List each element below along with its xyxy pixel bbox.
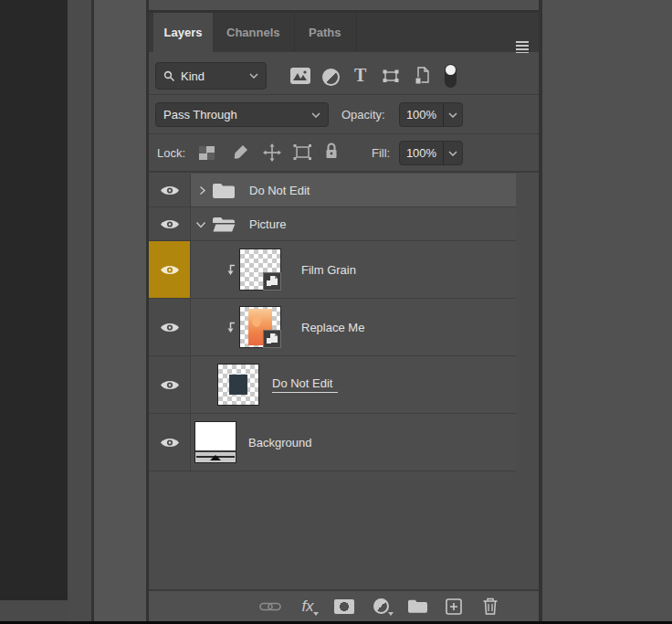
panel-divider — [539, 0, 542, 621]
layer-row-replace-me[interactable]: Replace Me — [149, 299, 516, 356]
layer-name[interactable]: Film Grain — [301, 263, 356, 277]
layer-name[interactable]: Background — [248, 436, 311, 449]
visibility-toggle[interactable] — [149, 356, 191, 413]
clipping-mask-arrow-icon — [226, 264, 236, 276]
visibility-toggle[interactable] — [149, 241, 191, 298]
folder-open-icon — [212, 216, 236, 233]
visibility-toggle[interactable] — [149, 299, 191, 355]
layer-thumbnail[interactable] — [239, 306, 281, 348]
fill-value[interactable]: 100% — [400, 146, 443, 160]
eye-icon — [160, 379, 180, 391]
row-content: Background — [191, 414, 516, 471]
row-content: Replace Me — [191, 299, 516, 355]
chevron-down-icon — [311, 112, 320, 118]
row-content: Do Not Edit — [191, 174, 516, 206]
tab-channels[interactable]: Channels — [226, 13, 280, 52]
shape-layer-filter-icon[interactable] — [382, 69, 400, 84]
canvas-dark-area — [0, 0, 68, 600]
layer-row-film-grain[interactable]: Film Grain — [149, 241, 516, 299]
tab-separator — [356, 13, 357, 52]
lock-transparency-icon[interactable] — [199, 146, 215, 160]
opacity-value[interactable]: 100% — [400, 108, 443, 122]
layer-list: Do Not Edit — [149, 173, 539, 589]
opacity-field[interactable]: 100% — [399, 102, 463, 127]
layer-name[interactable]: Replace Me — [301, 321, 364, 334]
smart-object-badge-icon — [263, 330, 281, 348]
layer-name[interactable]: Do Not Edit — [249, 184, 310, 197]
layer-filter-kind-select[interactable]: Kind — [155, 62, 267, 90]
left-panel-strip — [68, 0, 91, 621]
chevron-down-icon[interactable] — [444, 151, 462, 156]
layer-thumbnail[interactable] — [239, 249, 281, 291]
row-content: Film Grain — [191, 241, 516, 298]
layer-name[interactable]: Do Not Edit — [272, 376, 338, 393]
layer-row-group-do-not-edit[interactable]: Do Not Edit — [149, 174, 516, 207]
tab-layers[interactable]: Layers — [153, 13, 213, 52]
panel-gutter[interactable] — [94, 0, 146, 621]
visibility-toggle[interactable] — [149, 414, 191, 471]
eye-icon — [160, 322, 180, 333]
layers-panel: Layers Channels Paths Kind — [149, 0, 539, 621]
chevron-down-icon — [249, 73, 258, 79]
lock-all-icon[interactable] — [324, 142, 339, 159]
eye-icon — [160, 264, 180, 276]
adjustment-icon — [373, 598, 389, 614]
new-adjustment-layer-button[interactable] — [367, 591, 394, 621]
tab-paths[interactable]: Paths — [309, 13, 341, 52]
visibility-toggle[interactable] — [149, 207, 191, 240]
delete-layer-button[interactable] — [477, 591, 504, 621]
layer-thumbnail[interactable] — [194, 421, 236, 463]
lock-artboard-icon[interactable] — [292, 143, 312, 161]
layer-effects-button[interactable]: fx — [294, 591, 321, 621]
clipping-mask-arrow-icon — [226, 322, 236, 333]
smart-object-filter-icon[interactable] — [415, 67, 429, 85]
chevron-down-icon[interactable] — [195, 221, 206, 229]
kind-select-value: Kind — [175, 69, 249, 83]
fill-label: Fill: — [372, 141, 390, 165]
panel-tab-bar: Layers Channels Paths — [149, 13, 539, 52]
folder-icon — [407, 598, 428, 614]
visibility-toggle[interactable] — [149, 174, 191, 206]
blend-mode-value: Pass Through — [163, 108, 311, 122]
new-layer-button[interactable] — [440, 591, 467, 621]
search-icon — [163, 70, 175, 82]
lock-label: Lock: — [157, 141, 185, 165]
type-layer-filter-icon[interactable]: T — [354, 65, 366, 86]
pixel-layer-filter-icon[interactable] — [290, 68, 310, 84]
new-group-button[interactable] — [404, 591, 431, 621]
row-content: Do Not Edit — [191, 356, 516, 413]
row-content: Picture — [191, 207, 516, 240]
eye-icon — [160, 437, 180, 449]
layer-row-background[interactable]: Background — [149, 414, 516, 471]
lock-position-icon[interactable] — [263, 143, 281, 162]
lock-pixels-icon[interactable] — [231, 143, 249, 162]
thumbnail-image — [229, 375, 247, 395]
thumbnail-image — [195, 450, 236, 462]
canvas-dark-area-bottom — [0, 600, 68, 621]
link-layers-button[interactable] — [257, 591, 284, 621]
chevron-right-icon[interactable] — [197, 185, 207, 196]
chevron-down-icon — [388, 612, 394, 616]
folder-closed-icon — [212, 182, 236, 199]
eye-icon — [160, 185, 180, 196]
filter-toggle-switch[interactable] — [445, 64, 457, 88]
layer-name[interactable]: Picture — [249, 217, 286, 231]
layer-thumbnail[interactable] — [217, 364, 259, 406]
layer-row-do-not-edit[interactable]: Do Not Edit — [149, 356, 516, 414]
adjustment-layer-filter-icon[interactable] — [322, 69, 340, 86]
link-icon — [259, 601, 281, 612]
horizontal-divider — [149, 94, 539, 95]
chevron-down-icon[interactable] — [444, 112, 462, 118]
fill-field[interactable]: 100% — [399, 141, 463, 165]
panel-menu-icon[interactable] — [516, 41, 529, 53]
add-layer-mask-button[interactable] — [331, 591, 358, 621]
panel-above-remnant — [149, 0, 539, 10]
opacity-label: Opacity: — [341, 102, 385, 127]
fx-icon: fx — [301, 598, 313, 616]
photoshop-workspace: Layers Channels Paths Kind — [0, 0, 672, 624]
layer-row-group-picture[interactable]: Picture — [149, 207, 516, 241]
blend-mode-select[interactable]: Pass Through — [155, 102, 329, 127]
chevron-down-icon — [313, 612, 319, 616]
horizontal-divider — [149, 133, 539, 134]
plus-square-icon — [446, 598, 462, 615]
